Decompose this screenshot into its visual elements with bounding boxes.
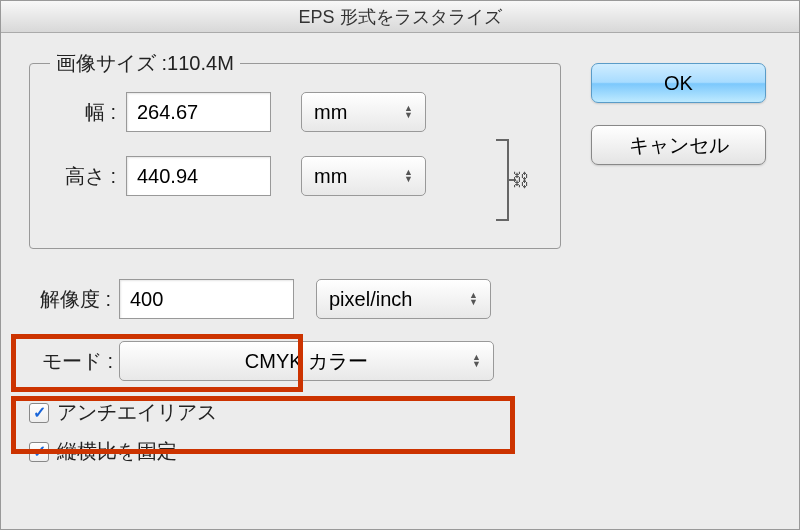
width-unit-value: mm: [314, 101, 347, 124]
image-size-group: 画像サイズ :110.4M 幅 : mm ▲▼ 高さ :: [29, 63, 561, 249]
resolution-input[interactable]: [119, 279, 294, 319]
resolution-unit-select[interactable]: pixel/inch ▲▼: [316, 279, 491, 319]
resolution-label: 解像度 :: [29, 286, 119, 313]
stepper-icon: ▲▼: [404, 105, 413, 119]
link-icon[interactable]: ⛓: [512, 170, 530, 191]
dialog-title: EPS 形式をラスタライズ: [1, 1, 799, 33]
dialog-content: 画像サイズ :110.4M 幅 : mm ▲▼ 高さ :: [1, 33, 799, 475]
image-size-legend: 画像サイズ :110.4M: [50, 50, 240, 77]
highlight-resolution: [11, 334, 303, 392]
ok-label: OK: [664, 72, 693, 95]
stepper-icon: ▲▼: [469, 292, 478, 306]
height-unit-select[interactable]: mm ▲▼: [301, 156, 426, 196]
width-label: 幅 :: [48, 99, 126, 126]
height-unit-value: mm: [314, 165, 347, 188]
cancel-label: キャンセル: [629, 132, 729, 159]
height-row: 高さ : mm ▲▼: [48, 156, 542, 196]
highlight-mode: [11, 396, 515, 454]
width-input[interactable]: [126, 92, 271, 132]
width-row: 幅 : mm ▲▼: [48, 92, 542, 132]
link-bracket: ⛓: [494, 134, 524, 226]
resolution-row: 解像度 : pixel/inch ▲▼: [29, 279, 561, 319]
stepper-icon: ▲▼: [404, 169, 413, 183]
button-column: OK キャンセル: [591, 63, 771, 465]
rasterize-eps-dialog: EPS 形式をラスタライズ 画像サイズ :110.4M 幅 : mm ▲▼: [0, 0, 800, 530]
height-label: 高さ :: [48, 163, 126, 190]
ok-button[interactable]: OK: [591, 63, 766, 103]
cancel-button[interactable]: キャンセル: [591, 125, 766, 165]
stepper-icon: ▲▼: [472, 354, 481, 368]
width-unit-select[interactable]: mm ▲▼: [301, 92, 426, 132]
height-input[interactable]: [126, 156, 271, 196]
resolution-unit-value: pixel/inch: [329, 288, 412, 311]
